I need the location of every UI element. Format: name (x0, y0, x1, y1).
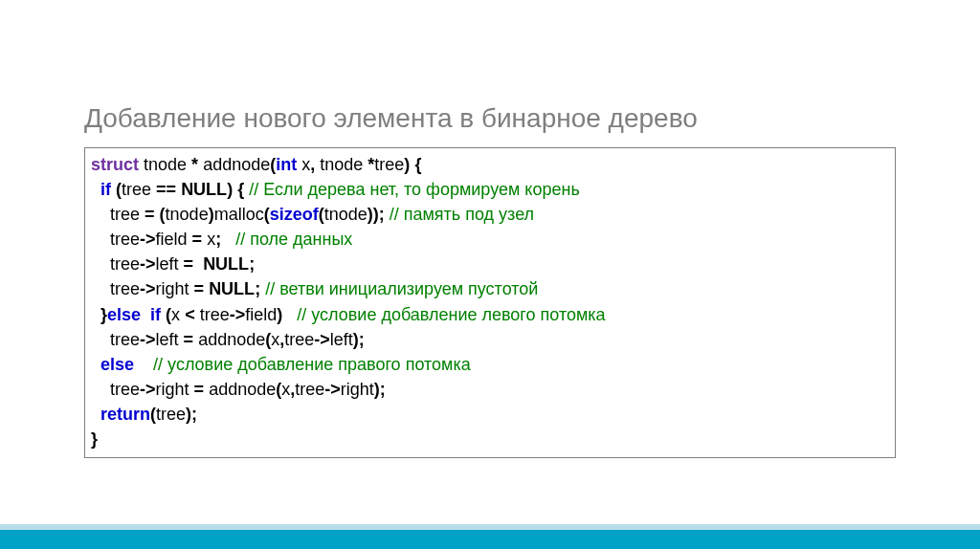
slide-footer-bar (0, 524, 980, 549)
code-block: struct tnode * addnode(int x, tnode *tre… (84, 147, 896, 458)
code-line: tree->left = NULL; (91, 252, 889, 276)
code-line: struct tnode * addnode(int x, tnode *tre… (91, 152, 889, 177)
code-line: tree->field = x; // поле данных (91, 227, 889, 252)
code-line: tree = (tnode)malloc(sizeof(tnode)); // … (91, 202, 889, 227)
slide-content: Добавление нового элемента в бинарное де… (0, 0, 980, 458)
code-line: return(tree); (91, 402, 889, 427)
code-line: tree->right = addnode(x,tree->right); (91, 377, 889, 402)
code-line: tree->right = NULL; // ветви инициализир… (91, 276, 889, 301)
code-line: } (91, 427, 889, 451)
footer-bar-accent (0, 530, 980, 549)
slide-title: Добавление нового элемента в бинарное де… (84, 103, 896, 134)
code-line: tree->left = addnode(x,tree->left); (91, 327, 889, 352)
code-line: }else if (x < tree->field) // условие до… (91, 302, 889, 327)
code-line: if (tree == NULL) { // Если дерева нет, … (91, 177, 889, 202)
code-line: else // условие добавление правого потом… (91, 352, 889, 377)
